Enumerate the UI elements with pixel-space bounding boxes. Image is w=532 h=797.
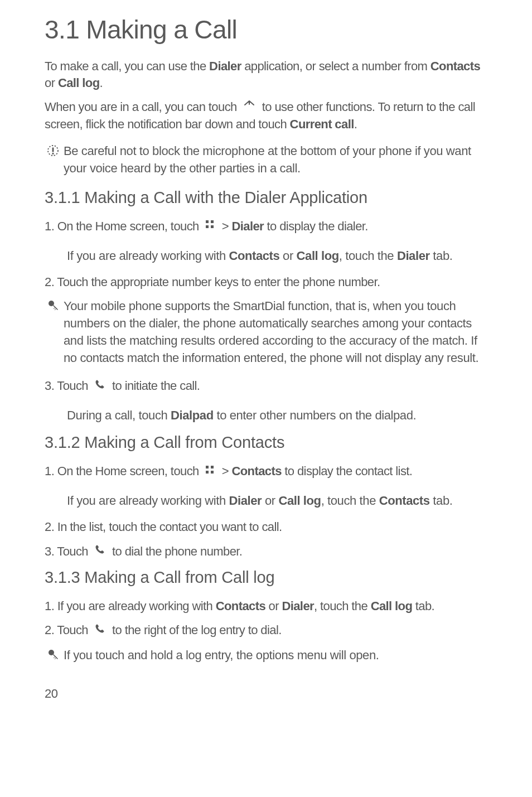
text: tab. (412, 599, 434, 613)
svg-rect-10 (206, 471, 209, 474)
bold-dialer: Dialer (397, 249, 430, 263)
s311-step-2: 2. Touch the appropriate number keys to … (45, 274, 493, 291)
text: > (219, 464, 231, 478)
text: tab. (430, 249, 453, 263)
tip-text: Your mobile phone supports the SmartDial… (64, 298, 493, 366)
bold-current-call: Current call (290, 117, 354, 131)
tip-note-smartdial: Your mobile phone supports the SmartDial… (45, 298, 493, 366)
s312-step-1-indent: If you are already working with Dialer o… (67, 492, 493, 510)
text: . (354, 117, 357, 131)
text: tab. (430, 494, 453, 508)
tip-icon (45, 299, 61, 312)
text: If you are already working with (67, 249, 229, 263)
bold-call-log: Call log (297, 249, 339, 263)
call-icon (94, 378, 105, 394)
bold-call-log: Call log (58, 76, 100, 90)
text: to display the contact list. (282, 464, 413, 478)
s311-step-1-indent: If you are already working with Contacts… (67, 248, 493, 265)
svg-rect-5 (206, 225, 209, 228)
call-icon (94, 543, 105, 559)
tip-text: If you touch and hold a log entry, the o… (64, 647, 493, 664)
text: to initiate the call. (109, 379, 200, 393)
text: , touch the (339, 249, 397, 263)
subsection-312-title: 3.1.2 Making a Call from Contacts (45, 433, 493, 452)
bold-dialpad: Dialpad (171, 408, 214, 422)
svg-rect-1 (52, 148, 54, 152)
svg-rect-3 (206, 220, 209, 223)
bold-dialer: Dialer (209, 59, 241, 73)
text: , touch the (314, 599, 371, 613)
text: or (262, 494, 278, 508)
text: 1. On the Home screen, touch (45, 464, 202, 478)
text: 2. Touch (45, 623, 91, 637)
text: 3. Touch (45, 379, 91, 393)
bold-contacts: Contacts (231, 464, 281, 478)
text: application, or select a number from (241, 59, 431, 73)
call-icon (94, 622, 105, 639)
section-title: 3.1 Making a Call (45, 15, 493, 45)
subsection-313-title: 3.1.3 Making a Call from Call log (45, 568, 493, 587)
s311-step-1: 1. On the Home screen, touch > Dialer to… (45, 218, 493, 235)
text: When you are in a call, you can touch (45, 100, 240, 114)
text: > (219, 219, 231, 233)
svg-rect-2 (52, 153, 54, 154)
home-icon (243, 99, 255, 115)
bold-contacts: Contacts (229, 249, 279, 263)
text: 3. Touch (45, 544, 91, 558)
text: 1. If you are already working with (45, 599, 216, 613)
text: If you are already working with (67, 494, 229, 508)
s312-step-1: 1. On the Home screen, touch > Contacts … (45, 463, 493, 480)
text: to dial the phone number. (109, 544, 242, 558)
text: or (279, 249, 296, 263)
svg-rect-11 (211, 471, 214, 474)
caution-text: Be careful not to block the microphone a… (64, 143, 493, 177)
text: to display the dialer. (264, 219, 368, 233)
tip-icon (45, 648, 61, 661)
text: , touch the (321, 494, 379, 508)
bold-call-log: Call log (278, 494, 321, 508)
page-number: 20 (45, 687, 493, 701)
text: 1. On the Home screen, touch (45, 219, 202, 233)
s311-step-3-indent: During a call, touch Dialpad to enter ot… (67, 407, 493, 424)
text: To make a call, you can use the (45, 59, 209, 73)
subsection-311-title: 3.1.1 Making a Call with the Dialer Appl… (45, 189, 493, 207)
svg-rect-9 (211, 466, 214, 468)
bold-contacts: Contacts (431, 59, 480, 73)
app-grid-icon (205, 218, 215, 234)
intro-paragraph-2: When you are in a call, you can touch to… (45, 99, 493, 133)
caution-note: Be careful not to block the microphone a… (45, 143, 493, 177)
caution-icon (45, 144, 61, 157)
bold-contacts: Contacts (216, 599, 265, 613)
svg-rect-4 (211, 220, 214, 223)
s312-step-3: 3. Touch to dial the phone number. (45, 543, 493, 561)
text: . (100, 76, 103, 90)
app-grid-icon (205, 463, 215, 480)
bold-dialer: Dialer (231, 219, 264, 233)
s312-step-2: 2. In the list, touch the contact you wa… (45, 519, 493, 535)
text: During a call, touch (67, 408, 171, 422)
bold-call-log: Call log (371, 599, 413, 613)
text: to enter other numbers on the dialpad. (214, 408, 417, 422)
bold-dialer: Dialer (282, 599, 314, 613)
text: or (265, 599, 282, 613)
text: to the right of the log entry to dial. (109, 623, 281, 637)
s313-step-2: 2. Touch to the right of the log entry t… (45, 622, 493, 639)
s313-step-1: 1. If you are already working with Conta… (45, 598, 493, 615)
svg-rect-8 (206, 466, 209, 468)
s311-step-3: 3. Touch to initiate the call. (45, 378, 493, 395)
bold-dialer: Dialer (229, 494, 262, 508)
svg-rect-6 (211, 225, 214, 228)
bold-contacts: Contacts (379, 494, 430, 508)
intro-paragraph-1: To make a call, you can use the Dialer a… (45, 58, 493, 91)
text: or (45, 76, 58, 90)
tip-note-log-hold: If you touch and hold a log entry, the o… (45, 647, 493, 664)
